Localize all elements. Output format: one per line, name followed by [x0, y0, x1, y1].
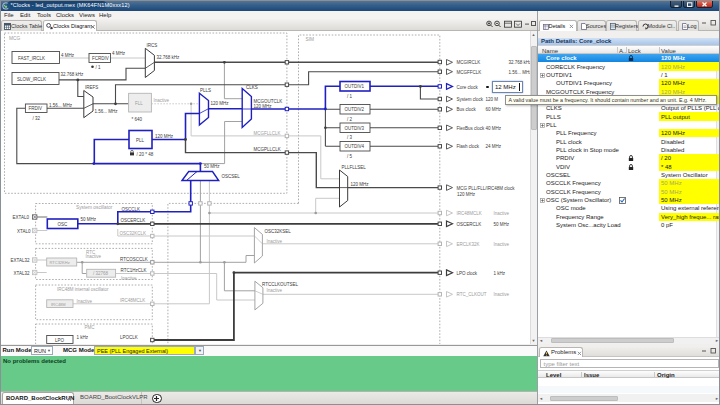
svg-text:OSC: OSC [58, 222, 69, 227]
svg-text:120 MHz: 120 MHz [155, 134, 174, 139]
svg-text:IRC48M: IRC48M [51, 302, 66, 307]
svg-text:120 MHz: 120 MHz [351, 182, 370, 187]
svg-text:ERCLK32K: ERCLK32K [457, 242, 480, 247]
svg-text:Inactive: Inactive [86, 254, 102, 259]
svg-text:120 MHz: 120 MHz [457, 192, 476, 197]
svg-text:40 MHz: 40 MHz [486, 126, 502, 131]
svg-text:50 MHz: 50 MHz [81, 217, 97, 222]
svg-text:60 MHz: 60 MHz [486, 107, 502, 112]
svg-text:OSCERCLK: OSCERCLK [457, 222, 482, 227]
svg-text:RTCCLKOUTSEL: RTCCLKOUTSEL [262, 282, 298, 287]
svg-text:/ 1: / 1 [96, 65, 102, 70]
svg-text:FCRDIV: FCRDIV [92, 56, 109, 61]
svg-text:EXTAL32: EXTAL32 [11, 258, 30, 263]
svg-text:PLLFLLSEL: PLLFLLSEL [342, 165, 367, 170]
svg-text:MCGFLLCLK: MCGFLLCLK [254, 131, 281, 136]
svg-text:RTC32KHz: RTC32KHz [50, 260, 70, 265]
svg-text:Inactive: Inactive [494, 292, 510, 297]
svg-text:MCG PLL/FLL/IRC48M clock: MCG PLL/FLL/IRC48M clock [457, 186, 516, 191]
svg-text:/ 3: / 3 [347, 135, 353, 140]
svg-text:32.768 kHz: 32.768 kHz [61, 72, 85, 77]
svg-text:24 MHz: 24 MHz [486, 144, 502, 149]
svg-text:1 kHz: 1 kHz [494, 271, 506, 276]
svg-text:OSC32KSEL: OSC32KSEL [265, 229, 292, 234]
svg-text:Inactive: Inactive [267, 239, 283, 244]
svg-text:OUTDIV3: OUTDIV3 [345, 126, 365, 131]
svg-text:Inactive: Inactive [154, 98, 170, 103]
svg-text:LPOCLK: LPOCLK [120, 335, 138, 340]
svg-text:FAST_IRCLK: FAST_IRCLK [18, 56, 45, 61]
svg-text:OSCSEL: OSCSEL [222, 174, 241, 179]
svg-text:IREFS: IREFS [85, 85, 98, 90]
svg-text:Flash clock: Flash clock [457, 144, 480, 149]
svg-text:System clock: System clock [457, 97, 484, 102]
svg-text:/ 5: / 5 [347, 154, 353, 159]
svg-text:RTC1HzCLK: RTC1HzCLK [121, 268, 147, 273]
svg-text:SIM: SIM [306, 37, 315, 42]
svg-text:LPO: LPO [55, 338, 65, 343]
svg-text:1 kHz: 1 kHz [77, 335, 89, 340]
svg-text:Inactive: Inactive [77, 299, 93, 304]
svg-text:120 MHz: 120 MHz [254, 104, 273, 109]
svg-text:1.56... MHz: 1.56... MHz [95, 109, 119, 114]
svg-text:/ 1: / 1 [347, 94, 353, 99]
svg-text:OUTDIV1: OUTDIV1 [345, 84, 365, 89]
svg-text:FRDIV: FRDIV [29, 106, 43, 111]
svg-text:RTC_CLKOUT: RTC_CLKOUT [457, 292, 487, 297]
svg-text:/ 32: / 32 [33, 116, 41, 121]
svg-text:XTAL0: XTAL0 [17, 229, 31, 234]
svg-text:120 M: 120 M [486, 97, 499, 102]
svg-text:OSCCLK: OSCCLK [122, 207, 141, 212]
svg-text:OSCERCLK: OSCERCLK [121, 218, 146, 223]
svg-text:MCGPLLCLK: MCGPLLCLK [254, 147, 281, 152]
svg-text:/ 2: / 2 [347, 117, 353, 122]
svg-text:50 MHz: 50 MHz [204, 164, 220, 169]
svg-text:120 MHz: 120 MHz [211, 101, 230, 106]
svg-text:Inactive: Inactive [494, 242, 510, 247]
svg-text:OUTDIV4: OUTDIV4 [345, 144, 365, 149]
svg-text:MCG: MCG [9, 36, 20, 41]
svg-text:Core clock: Core clock [457, 85, 479, 90]
svg-text:1.56... MHz: 1.56... MHz [49, 103, 73, 108]
svg-text:EXTAL0: EXTAL0 [13, 215, 30, 220]
svg-text:32.768 kHz: 32.768 kHz [509, 60, 531, 65]
svg-text:OUTDIV2: OUTDIV2 [345, 107, 365, 112]
svg-text:IRC48MCLK: IRC48MCLK [120, 298, 145, 303]
svg-text:4 MHz: 4 MHz [112, 51, 126, 56]
svg-text:/ 20 * 48: / 20 * 48 [137, 152, 154, 157]
svg-text:* 640: * 640 [132, 117, 143, 122]
svg-text:1.56... MHz: 1.56... MHz [509, 70, 531, 75]
svg-text:IRCS: IRCS [147, 43, 158, 48]
svg-text:FlexBus clock: FlexBus clock [457, 126, 486, 131]
svg-text:Inactive: Inactive [267, 288, 283, 293]
svg-text:PLLS: PLLS [200, 88, 211, 93]
svg-text:PLL: PLL [136, 138, 145, 143]
svg-text:OSC32KCLK: OSC32KCLK [120, 231, 147, 236]
svg-text:System oscillator: System oscillator [76, 205, 113, 210]
svg-text:4 MHz: 4 MHz [61, 53, 75, 58]
svg-text:MCGFFCLK: MCGFFCLK [457, 70, 482, 75]
svg-text:/ 32768: / 32768 [93, 271, 109, 276]
svg-text:32.768 kHz: 32.768 kHz [157, 55, 181, 60]
svg-text:SLOW_IRCLK: SLOW_IRCLK [17, 77, 46, 82]
svg-text:XTAL32: XTAL32 [14, 271, 30, 276]
svg-text:Bus clock: Bus clock [457, 107, 477, 112]
svg-text:IRC48MCLK: IRC48MCLK [457, 211, 482, 216]
svg-text:PMC: PMC [85, 325, 96, 330]
svg-text:IRC48M internal oscillator: IRC48M internal oscillator [57, 287, 109, 292]
svg-text:50 MHz: 50 MHz [494, 222, 510, 227]
svg-text:Inactive: Inactive [494, 211, 510, 216]
svg-text:MCGIRCLK: MCGIRCLK [457, 60, 481, 65]
svg-text:Inactive: Inactive [121, 276, 137, 281]
svg-text:LPO clock: LPO clock [457, 271, 478, 276]
svg-text:RTCOSCCLK: RTCOSCCLK [120, 257, 148, 262]
svg-text:FLL: FLL [135, 101, 143, 106]
svg-text:CLKS: CLKS [246, 85, 258, 90]
